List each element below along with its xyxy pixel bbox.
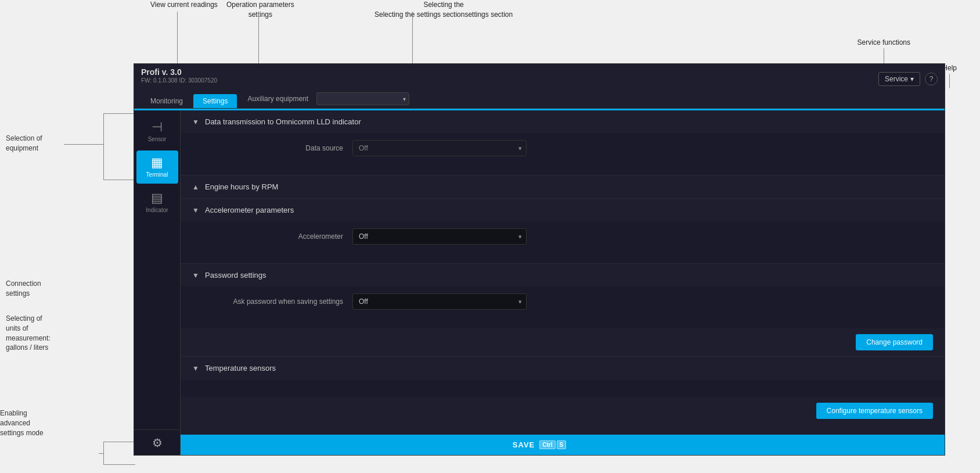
section-password: ▼ Password settings Ask password when sa… bbox=[181, 264, 945, 357]
change-password-button[interactable]: Change password bbox=[856, 334, 933, 350]
section-accelerometer-header[interactable]: ▼ Accelerometer parameters bbox=[181, 199, 945, 221]
s-key-badge: S bbox=[557, 440, 567, 449]
section-password-content: Ask password when saving settings Off On bbox=[181, 286, 945, 328]
save-label: SAVE bbox=[513, 440, 535, 449]
data-source-select-wrapper: Off On bbox=[352, 140, 527, 156]
section-data-transmission-title: Data transmission to Omnicomm LLD indica… bbox=[205, 117, 361, 126]
field-ask-password-row: Ask password when saving settings Off On bbox=[204, 293, 933, 310]
sidebar-item-sensor[interactable]: ⊣ Sensor bbox=[136, 115, 178, 148]
help-button[interactable]: ? bbox=[925, 73, 938, 85]
section-accelerometer: ▼ Accelerometer parameters Accelerometer… bbox=[181, 199, 945, 264]
annotation-view-current-readings: View current readings bbox=[150, 0, 218, 10]
save-bar[interactable]: SAVE Ctrl S bbox=[134, 435, 945, 455]
section-engine-hours-header[interactable]: ▲ Engine hours by RPM bbox=[181, 175, 945, 198]
ask-password-select[interactable]: Off On bbox=[352, 293, 527, 310]
sidebar: ⊣ Sensor ▦ Terminal ▤ Indicator bbox=[134, 110, 181, 435]
field-ask-password-label: Ask password when saving settings bbox=[204, 298, 343, 306]
advanced-settings-icon: ⚙ bbox=[152, 436, 163, 450]
sidebar-label-indicator: Indicator bbox=[146, 207, 168, 213]
sidebar-item-terminal[interactable]: ▦ Terminal bbox=[136, 150, 178, 184]
ctrl-key-badge: Ctrl bbox=[539, 440, 555, 449]
arrow-accelerometer: ▼ bbox=[192, 206, 200, 214]
section-password-title: Password settings bbox=[205, 271, 266, 280]
sidebar-label-sensor: Sensor bbox=[148, 136, 167, 142]
section-engine-hours-title: Engine hours by RPM bbox=[205, 182, 278, 191]
annotation-enabling-advanced: Enablingadvancedsettings mode bbox=[0, 408, 44, 438]
accelerometer-select-wrapper: Off On bbox=[352, 228, 527, 245]
field-accelerometer-label: Accelerometer bbox=[204, 232, 343, 241]
annotation-connection-settings: Connectionsettings bbox=[6, 279, 41, 299]
section-engine-hours: ▲ Engine hours by RPM bbox=[181, 175, 945, 199]
sidebar-label-terminal: Terminal bbox=[146, 171, 168, 178]
settings-section-select[interactable] bbox=[316, 92, 409, 105]
section-temperature: ▼ Temperature sensors Configure temperat… bbox=[181, 357, 945, 435]
tab-auxiliary[interactable]: Auxiliary equipment bbox=[238, 89, 419, 108]
save-shortcut: Ctrl S bbox=[539, 440, 566, 449]
section-data-transmission-content: Data source Off On bbox=[181, 133, 945, 175]
terminal-icon: ▦ bbox=[151, 156, 163, 169]
sidebar-item-indicator[interactable]: ▤ Indicator bbox=[136, 186, 178, 219]
section-temperature-header[interactable]: ▼ Temperature sensors bbox=[181, 357, 945, 379]
configure-temperature-button[interactable]: Configure temperature sensors bbox=[816, 403, 933, 419]
main-area: ⊣ Sensor ▦ Terminal ▤ Indicator ▼ bbox=[134, 110, 945, 435]
data-source-select[interactable]: Off On bbox=[352, 140, 527, 156]
section-password-header[interactable]: ▼ Password settings bbox=[181, 264, 945, 286]
configure-temp-row: Configure temperature sensors bbox=[181, 397, 945, 425]
advanced-settings-button[interactable]: ⚙ bbox=[134, 429, 181, 455]
annotation-selection-of-equipment: Selection ofequipment bbox=[6, 134, 42, 153]
arrow-password: ▼ bbox=[192, 271, 200, 280]
annotation-operation-parameters: Operation parameterssettings bbox=[226, 0, 294, 20]
ask-password-select-wrapper: Off On bbox=[352, 293, 527, 310]
annotation-service-functions: Service functions bbox=[858, 38, 910, 48]
accelerometer-select[interactable]: Off On bbox=[352, 228, 527, 245]
temperature-spacer bbox=[181, 425, 945, 435]
header-right: Service ▾ ? bbox=[878, 67, 938, 91]
section-accelerometer-title: Accelerometer parameters bbox=[205, 206, 294, 214]
field-accelerometer-row: Accelerometer Off On bbox=[204, 228, 933, 245]
section-data-transmission: ▼ Data transmission to Omnicomm LLD indi… bbox=[181, 110, 945, 175]
arrow-data-transmission: ▼ bbox=[192, 118, 200, 126]
header-left: Profi v. 3.0 FW: 0.1.0.308 ID: 303007520… bbox=[141, 67, 419, 108]
annotation-selecting-settings-section: Selecting the Selecting the settings sec… bbox=[374, 0, 513, 20]
app-window: Profi v. 3.0 FW: 0.1.0.308 ID: 303007520… bbox=[134, 63, 945, 456]
bottom-bar: ⚙ SAVE Ctrl S bbox=[134, 435, 945, 455]
indicator-icon: ▤ bbox=[151, 192, 163, 205]
app-subtitle: FW: 0.1.0.308 ID: 303007520 bbox=[141, 77, 419, 84]
arrow-engine-hours: ▲ bbox=[192, 183, 200, 191]
field-data-source-label: Data source bbox=[204, 144, 343, 152]
tab-settings[interactable]: Settings bbox=[193, 94, 237, 108]
section-temperature-title: Temperature sensors bbox=[205, 364, 276, 372]
header-bar: Profi v. 3.0 FW: 0.1.0.308 ID: 303007520… bbox=[134, 64, 945, 109]
service-button[interactable]: Service ▾ bbox=[878, 72, 920, 86]
app-title: Profi v. 3.0 bbox=[141, 67, 419, 77]
content-area: ▼ Data transmission to Omnicomm LLD indi… bbox=[181, 110, 945, 435]
section-temperature-content bbox=[181, 379, 945, 397]
field-data-source-row: Data source Off On bbox=[204, 140, 933, 156]
change-password-row: Change password bbox=[181, 328, 945, 356]
annotation-selecting-units: Selecting ofunits ofmeasurement:gallons … bbox=[6, 314, 51, 353]
tab-monitoring[interactable]: Monitoring bbox=[141, 94, 192, 108]
arrow-temperature: ▼ bbox=[192, 364, 200, 372]
section-accelerometer-content: Accelerometer Off On bbox=[181, 221, 945, 263]
section-data-transmission-header[interactable]: ▼ Data transmission to Omnicomm LLD indi… bbox=[181, 110, 945, 133]
header-tabs: Monitoring Settings Auxiliary equipment bbox=[141, 89, 419, 108]
sensor-icon: ⊣ bbox=[152, 121, 163, 134]
